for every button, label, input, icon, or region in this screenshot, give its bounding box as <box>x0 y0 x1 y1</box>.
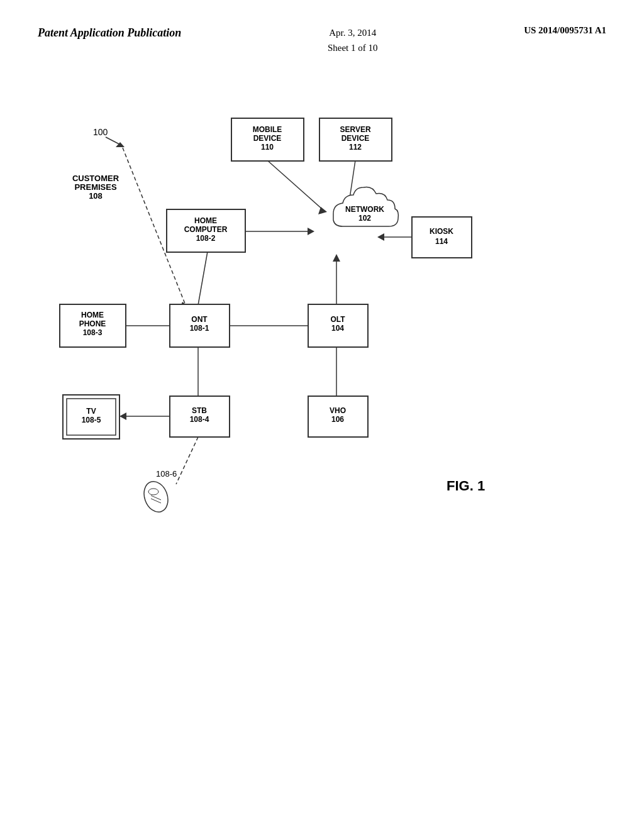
svg-text:108-2: 108-2 <box>196 234 216 243</box>
ont-node: ONT 108-1 <box>170 304 230 347</box>
svg-text:HOME: HOME <box>81 311 104 319</box>
date-label: Apr. 3, 2014 <box>329 28 376 38</box>
svg-text:114: 114 <box>435 237 448 246</box>
svg-text:108-5: 108-5 <box>82 416 101 424</box>
home-computer-node: HOME COMPUTER 108-2 <box>167 209 245 252</box>
svg-marker-10 <box>308 228 314 235</box>
svg-text:DEVICE: DEVICE <box>341 134 370 143</box>
svg-text:104: 104 <box>331 324 344 333</box>
svg-marker-17 <box>333 254 340 262</box>
network-cloud: NETWORK 102 <box>333 187 398 226</box>
svg-text:108-3: 108-3 <box>83 328 103 337</box>
svg-text:106: 106 <box>331 415 344 424</box>
diagram-area: NETWORK 102 MOBILE DEVICE 110 SERVER DEV… <box>0 88 644 780</box>
svg-text:KIOSK: KIOSK <box>430 227 453 236</box>
home-phone-node: HOME PHONE 108-3 <box>60 304 126 347</box>
svg-text:OLT: OLT <box>330 315 345 324</box>
svg-marker-27 <box>119 412 126 420</box>
svg-text:PHONE: PHONE <box>79 319 106 328</box>
svg-marker-3 <box>318 207 327 214</box>
svg-text:MOBILE: MOBILE <box>253 125 282 134</box>
svg-text:110: 110 <box>261 143 274 152</box>
ref-100-label: 100 <box>93 127 108 137</box>
svg-line-28 <box>176 437 198 484</box>
svg-line-11 <box>198 252 208 305</box>
tv-node: TV 108-5 <box>63 395 119 439</box>
svg-text:SERVER: SERVER <box>340 125 370 134</box>
sheet-label: Sheet 1 of 10 <box>328 43 378 53</box>
svg-marker-8 <box>377 233 384 241</box>
svg-text:ONT: ONT <box>191 315 208 324</box>
server-device-node: SERVER DEVICE 112 <box>319 118 392 161</box>
olt-node: OLT 104 <box>308 304 368 347</box>
svg-text:VHO: VHO <box>330 406 346 415</box>
mobile-device-node: MOBILE DEVICE 110 <box>231 118 304 161</box>
vho-node: VHO 106 <box>308 396 368 437</box>
svg-text:STB: STB <box>192 406 207 415</box>
page: Patent Application Publication Apr. 3, 2… <box>0 0 644 830</box>
customer-premises-label: CUSTOMER <box>72 174 119 183</box>
header: Patent Application Publication Apr. 3, 2… <box>0 0 644 68</box>
svg-point-70 <box>140 478 172 515</box>
fig-label: FIG. 1 <box>447 478 485 494</box>
diagram-svg: NETWORK 102 MOBILE DEVICE 110 SERVER DEV… <box>0 88 644 780</box>
stb-node: STB 108-4 <box>170 396 230 437</box>
svg-text:108-1: 108-1 <box>190 324 209 333</box>
svg-text:112: 112 <box>349 143 362 152</box>
svg-text:108: 108 <box>89 191 103 201</box>
svg-text:HOME: HOME <box>194 216 217 225</box>
kiosk-node: KIOSK 114 <box>412 217 472 258</box>
patent-number: US 2014/0095731 A1 <box>524 25 606 36</box>
svg-text:DEVICE: DEVICE <box>253 134 282 143</box>
header-center: Apr. 3, 2014 Sheet 1 of 10 <box>328 25 378 55</box>
publication-label: Patent Application Publication <box>38 25 181 41</box>
ref-1086-label: 108-6 <box>156 469 177 479</box>
svg-text:NETWORK: NETWORK <box>345 205 384 214</box>
svg-line-2 <box>267 160 324 211</box>
svg-text:COMPUTER: COMPUTER <box>184 225 228 234</box>
svg-text:102: 102 <box>358 214 371 223</box>
svg-text:108-4: 108-4 <box>190 415 209 424</box>
svg-text:PREMISES: PREMISES <box>74 182 117 192</box>
svg-text:TV: TV <box>86 407 96 416</box>
